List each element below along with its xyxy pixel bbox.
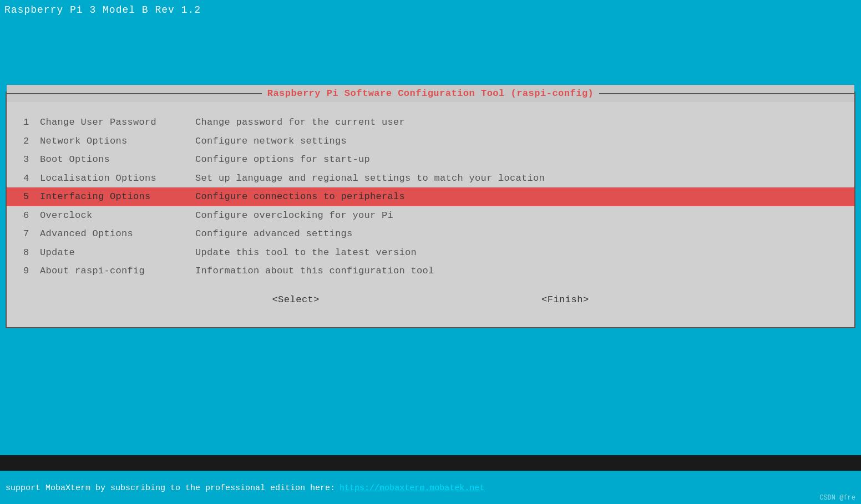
status-bar: support MobaXterm by subscribing to the … (0, 472, 861, 504)
dialog-content: 1 Change User Password Change password f… (7, 102, 854, 327)
menu-name-8: Update (40, 246, 195, 260)
dialog-buttons: <Select> <Finish> (23, 281, 838, 316)
terminal-background: Raspberry Pi 3 Model B Rev 1.2 Raspberry… (0, 0, 861, 504)
menu-item-5[interactable]: 5 Interfacing Options Configure connecti… (7, 187, 854, 206)
menu-num-7: 7 (23, 227, 40, 241)
menu-name-3: Boot Options (40, 152, 195, 167)
menu-num-2: 2 (23, 134, 40, 149)
menu-item-8[interactable]: 8 Update Update this tool to the latest … (23, 243, 838, 262)
menu-name-2: Network Options (40, 134, 195, 149)
menu-name-4: Localisation Options (40, 171, 195, 186)
menu-num-9: 9 (23, 264, 40, 278)
menu-name-7: Advanced Options (40, 227, 195, 241)
menu-name-5: Interfacing Options (40, 190, 195, 204)
menu-num-4: 4 (23, 171, 40, 186)
watermark: CSDN @fre (819, 494, 855, 502)
menu-item-2[interactable]: 2 Network Options Configure network sett… (23, 132, 838, 151)
menu-num-5: 5 (23, 190, 40, 204)
menu-desc-9: Information about this configuration too… (195, 264, 434, 278)
menu-desc-4: Set up language and regional settings to… (195, 171, 545, 186)
menu-item-6[interactable]: 6 Overclock Configure overclocking for y… (23, 206, 838, 225)
menu-desc-6: Configure overclocking for your Pi (195, 208, 393, 223)
menu-num-3: 3 (23, 152, 40, 167)
menu-item-4[interactable]: 4 Localisation Options Set up language a… (23, 169, 838, 188)
menu-num-6: 6 (23, 208, 40, 223)
menu-item-1[interactable]: 1 Change User Password Change password f… (23, 113, 838, 132)
status-link[interactable]: https://mobaxterm.mobatek.net (340, 483, 484, 493)
menu-desc-8: Update this tool to the latest version (195, 246, 417, 260)
raspi-config-dialog: Raspberry Pi Software Configuration Tool… (6, 91, 855, 328)
menu-desc-5: Configure connections to peripherals (195, 190, 405, 204)
menu-desc-3: Configure options for start-up (195, 152, 370, 167)
dialog-title: Raspberry Pi Software Configuration Tool… (262, 88, 600, 99)
menu-desc-7: Configure advanced settings (195, 227, 353, 241)
menu-name-6: Overclock (40, 208, 195, 223)
menu-name-1: Change User Password (40, 115, 195, 130)
menu-num-1: 1 (23, 115, 40, 130)
menu-item-7[interactable]: 7 Advanced Options Configure advanced se… (23, 225, 838, 243)
dialog-title-bar: Raspberry Pi Software Configuration Tool… (7, 85, 854, 102)
menu-desc-2: Configure network settings (195, 134, 347, 149)
menu-name-9: About raspi-config (40, 264, 195, 278)
finish-button[interactable]: <Finish> (541, 294, 589, 305)
bottom-bar (0, 455, 861, 471)
terminal-title: Raspberry Pi 3 Model B Rev 1.2 (4, 4, 201, 16)
menu-num-8: 8 (23, 246, 40, 260)
status-text: support MobaXterm by subscribing to the … (6, 483, 335, 493)
menu-item-3[interactable]: 3 Boot Options Configure options for sta… (23, 150, 838, 169)
menu-desc-1: Change password for the current user (195, 115, 405, 130)
select-button[interactable]: <Select> (272, 294, 320, 305)
menu-item-9[interactable]: 9 About raspi-config Information about t… (23, 262, 838, 281)
